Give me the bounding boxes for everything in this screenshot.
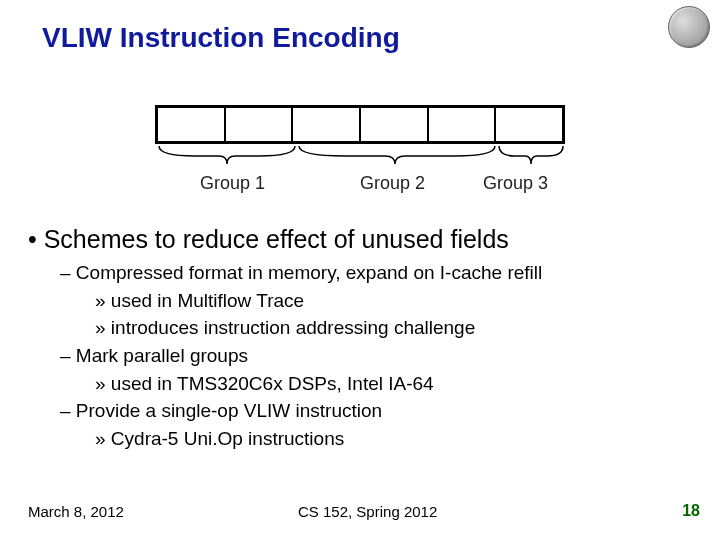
instruction-word-box (155, 105, 565, 144)
group-3-label: Group 3 (483, 173, 548, 194)
footer-date: March 8, 2012 (28, 503, 124, 520)
group-1-label: Group 1 (200, 173, 265, 194)
slide-title: VLIW Instruction Encoding (42, 22, 400, 54)
list-item: » introduces instruction addressing chal… (95, 315, 542, 341)
list-item: » used in TMS320C6x DSPs, Intel IA-64 (95, 371, 542, 397)
op-slot (429, 108, 497, 141)
op-slot (158, 108, 226, 141)
main-bullet: • Schemes to reduce effect of unused fie… (28, 225, 509, 254)
footer-course: CS 152, Spring 2012 (298, 503, 437, 520)
op-slot (496, 108, 562, 141)
op-slot (361, 108, 429, 141)
list-item: – Mark parallel groups (60, 343, 542, 369)
list-item: » Cydra-5 Uni.Op instructions (95, 426, 542, 452)
op-slot (226, 108, 294, 141)
list-item: – Provide a single-op VLIW instruction (60, 398, 542, 424)
op-slot (293, 108, 361, 141)
group-braces-icon (155, 142, 565, 172)
sub-bullet-list: – Compressed format in memory, expand on… (60, 260, 542, 453)
seal-logo-icon (668, 6, 710, 48)
list-item: » used in Multiflow Trace (95, 288, 542, 314)
group-2-label: Group 2 (360, 173, 425, 194)
footer-page-number: 18 (682, 502, 700, 520)
instruction-encoding-diagram (155, 105, 565, 176)
list-item: – Compressed format in memory, expand on… (60, 260, 542, 286)
